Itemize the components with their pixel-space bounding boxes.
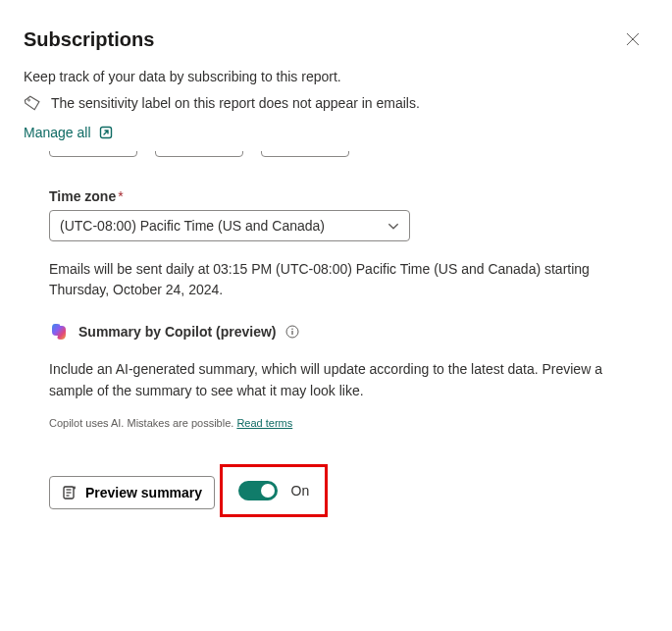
copilot-section-title: Summary by Copilot (preview) <box>78 324 276 340</box>
preview-summary-label: Preview summary <box>85 485 202 500</box>
timezone-label: Time zone* <box>49 188 648 204</box>
chevron-down-icon <box>388 223 399 230</box>
timezone-value: (UTC-08:00) Pacific Time (US and Canada) <box>60 218 325 234</box>
copilot-ai-note: Copilot uses AI. Mistakes are possible. … <box>49 417 648 429</box>
timezone-select[interactable]: (UTC-08:00) Pacific Time (US and Canada) <box>49 210 410 241</box>
copilot-summary-toggle[interactable] <box>238 481 278 500</box>
read-terms-link[interactable]: Read terms <box>236 417 292 429</box>
svg-point-2 <box>28 99 30 101</box>
info-icon[interactable] <box>285 325 299 339</box>
sensitivity-text: The sensitivity label on this report doe… <box>51 95 420 111</box>
manage-all-label: Manage all <box>24 125 91 140</box>
close-icon <box>626 32 640 46</box>
schedule-summary-text: Emails will be sent daily at 03:15 PM (U… <box>49 259 628 300</box>
copilot-description: Include an AI-generated summary, which w… <box>49 359 647 401</box>
copilot-toggle-highlight: On <box>220 464 329 517</box>
svg-point-5 <box>292 328 294 330</box>
copilot-icon <box>49 322 69 342</box>
tag-icon <box>24 94 41 112</box>
subtitle-text: Keep track of your data by subscribing t… <box>24 69 648 84</box>
page-title: Subscriptions <box>24 28 154 51</box>
preview-icon <box>62 485 78 500</box>
manage-all-link[interactable]: Manage all <box>24 125 113 140</box>
minute-select[interactable]: 15 <box>155 151 243 157</box>
external-link-icon <box>99 126 113 139</box>
preview-summary-button[interactable]: Preview summary <box>49 476 215 509</box>
hour-select[interactable]: 3 <box>49 151 137 157</box>
close-button[interactable] <box>617 24 648 55</box>
ampm-select[interactable]: PM <box>261 151 349 157</box>
copilot-toggle-label: On <box>291 483 310 499</box>
